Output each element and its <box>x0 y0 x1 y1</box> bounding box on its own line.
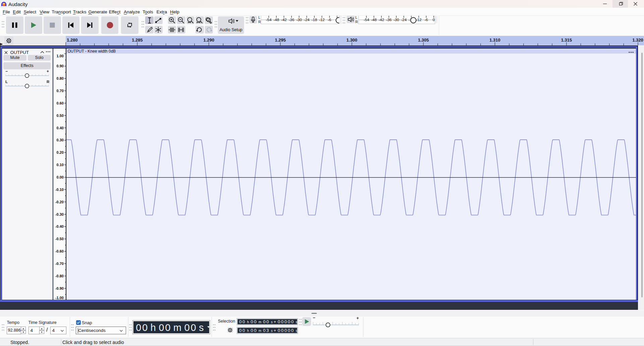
svg-text:0.50: 0.50 <box>56 114 63 118</box>
svg-text:-6: -6 <box>424 18 428 22</box>
svg-text:0.40: 0.40 <box>56 126 63 130</box>
svg-text:-1.00: -1.00 <box>55 296 63 300</box>
svg-text:-0.30: -0.30 <box>55 212 63 216</box>
svg-text:-18: -18 <box>311 18 317 22</box>
svg-text:-0.20: -0.20 <box>55 200 63 204</box>
svg-text:-24: -24 <box>401 18 407 22</box>
svg-text:-42: -42 <box>378 18 384 22</box>
svg-text:-36: -36 <box>289 18 294 22</box>
svg-text:-48: -48 <box>371 18 376 22</box>
svg-text:0.90: 0.90 <box>56 64 63 68</box>
svg-text:-54: -54 <box>363 18 369 22</box>
svg-text:-0.50: -0.50 <box>55 237 63 241</box>
svg-text:−: − <box>313 315 315 320</box>
svg-text:-0.60: -0.60 <box>55 249 63 253</box>
svg-text:0.70: 0.70 <box>56 89 63 93</box>
svg-text:-54: -54 <box>266 18 272 22</box>
svg-text:-24: -24 <box>304 18 309 22</box>
svg-text:1.00: 1.00 <box>56 54 63 58</box>
svg-text:0: 0 <box>432 18 434 22</box>
svg-text:1.300: 1.300 <box>346 38 357 43</box>
svg-text:0.60: 0.60 <box>56 101 63 105</box>
svg-text:1.295: 1.295 <box>275 38 286 43</box>
svg-text:-0.70: -0.70 <box>55 262 63 266</box>
svg-text:-0.80: -0.80 <box>55 274 63 278</box>
svg-text:-12: -12 <box>416 18 421 22</box>
svg-text:1.315: 1.315 <box>561 38 572 43</box>
svg-text:0.10: 0.10 <box>56 163 63 167</box>
svg-text:1.305: 1.305 <box>418 38 429 43</box>
svg-text:-6: -6 <box>328 18 331 22</box>
svg-text:1.290: 1.290 <box>203 38 215 43</box>
svg-text:0.00: 0.00 <box>56 175 63 179</box>
svg-text:-12: -12 <box>319 18 325 22</box>
svg-text:0.30: 0.30 <box>56 138 63 142</box>
svg-text:-0.90: -0.90 <box>55 286 63 290</box>
svg-text:-30: -30 <box>393 18 399 22</box>
svg-text:1.310: 1.310 <box>489 38 501 43</box>
svg-text:0.20: 0.20 <box>56 150 63 154</box>
svg-text:-48: -48 <box>273 18 279 22</box>
svg-text:0.80: 0.80 <box>56 76 63 80</box>
svg-text:1.320: 1.320 <box>632 38 643 43</box>
svg-text:1.285: 1.285 <box>132 38 143 43</box>
svg-text:1.280: 1.280 <box>67 38 78 43</box>
svg-text:+: + <box>356 316 359 321</box>
svg-text:-36: -36 <box>386 18 392 22</box>
svg-text:-42: -42 <box>281 18 287 22</box>
svg-text:-0.40: -0.40 <box>55 224 63 228</box>
svg-text:-30: -30 <box>296 18 302 22</box>
svg-text:-0.10: -0.10 <box>55 188 63 192</box>
